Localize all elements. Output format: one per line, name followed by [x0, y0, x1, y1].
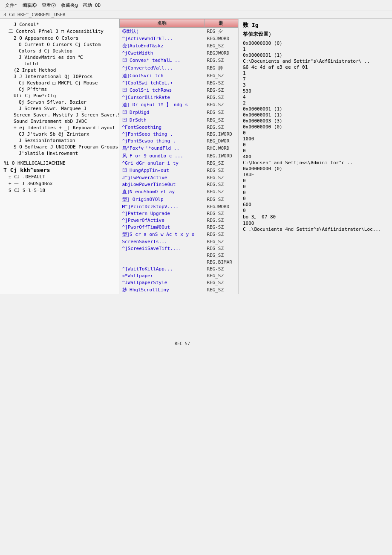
- entry-name: ^jPontScwoo thing .: [120, 138, 205, 145]
- table-row[interactable]: 变]AutoEndT&skzREG_SZ: [120, 42, 238, 50]
- table-row[interactable]: ^]PcwerOfActiveREG.SZ: [120, 217, 238, 224]
- table-row[interactable]: 凹 HungAppTin«outREG_SZ: [120, 167, 238, 174]
- data-value: 4: [243, 94, 388, 100]
- data-value: 0: [243, 142, 388, 148]
- tree-item[interactable]: Cj Keyboard □ MWCPL Cj Mouse: [3, 80, 115, 86]
- table-row[interactable]: 迪]CoolSvri tchREG_SZ: [120, 72, 238, 80]
- tree-item[interactable]: Cj P°ft*ms: [3, 86, 115, 93]
- tree-item[interactable]: (2 Input Hethod: [3, 67, 115, 73]
- entry-type: REG.SZ: [204, 181, 238, 188]
- entry-type: REG-SZ: [204, 188, 238, 196]
- tree-item[interactable]: CJ J'twork Sb ëj Zrintarx: [3, 131, 115, 137]
- registry-editor-window: 文件* 编辑⑥ 查看⑦ 收藏夹@ 帮助 QD 3 Cd HKE^_CVRREMT…: [0, 0, 392, 555]
- table-row[interactable]: 型] OriginOYOlpREG_SZ: [120, 196, 238, 203]
- tree-item[interactable]: Colors d Cj Desktop: [3, 48, 115, 54]
- table-row[interactable]: «*WallpaperREG_SZ: [120, 273, 238, 279]
- data-value: 530: [243, 88, 388, 94]
- table-row[interactable]: abjLowPowerTinie0utREG.SZ: [120, 181, 238, 188]
- tree-item[interactable]: J VindovMatri es don ℃: [3, 54, 115, 61]
- col-name-header: 名称: [120, 19, 205, 28]
- entry-name: ^]PcwerOfActive: [120, 217, 205, 224]
- data-value: C .\Bocunients 4nd Settin^s\Adfiinistrat…: [243, 227, 388, 232]
- table-row[interactable]: ^]CoolSwi tchCoL.•REG-SZ: [120, 80, 238, 87]
- menubar: 文件* 编辑⑥ 查看⑦ 收藏夹@ 帮助 QD: [0, 0, 392, 11]
- data-value: C:\Docsen" and Settjn<s\Admini tor"c ..: [243, 160, 388, 166]
- tree-item[interactable]: ± CJ .DEFAULT: [3, 174, 115, 180]
- data-value: 7: [243, 76, 388, 82]
- data-value: 3: [243, 82, 388, 88]
- entry-name: ^FontSooothing: [120, 124, 205, 131]
- table-row[interactable]: ^jPontScwoo thing .REG_DWOR: [120, 138, 238, 145]
- tree-item[interactable]: Qj Scrwon Sflvar. Bozier: [3, 99, 115, 105]
- table-row[interactable]: 直]N enuShowD el ayREG-SZ: [120, 188, 238, 196]
- entry-type: REG-SZ: [204, 174, 238, 181]
- col-del-header: 删: [204, 19, 238, 28]
- table-row[interactable]: ^]ActiveWndTrkT...REGJWORD: [120, 35, 238, 42]
- entry-name: J^jLwPowerActive: [120, 174, 205, 181]
- table-row[interactable]: ^JWallpaperStyleREG_SZ: [120, 279, 238, 286]
- tree-item[interactable]: 二 Control Pfnel 3 □ Accessibility: [3, 28, 115, 35]
- table-row[interactable]: REG_SZ: [120, 252, 238, 259]
- menu-help[interactable]: 帮助 QD: [81, 2, 102, 9]
- table-row[interactable]: 凹 CoolS*i tchRowsREG-SZ: [120, 87, 238, 94]
- entry-type: REG.SZ: [204, 217, 238, 224]
- table-row[interactable]: 凹 Convex* tedYalL ..REG.SZ: [120, 57, 238, 64]
- table-row[interactable]: ^Gri dGr anular i tyREG_SZ: [120, 160, 238, 167]
- table-row[interactable]: J^jLwPowerActiveREG-SZ: [120, 174, 238, 181]
- tree-item[interactable]: ñi O HKELLOCALJIACHINE: [3, 160, 115, 166]
- table-row[interactable]: ^jCwetWidthREGJWORD: [120, 50, 238, 57]
- table-row[interactable]: 妙 HhglScrollLinyREG_SZ: [120, 286, 238, 294]
- data-value: 0: [243, 178, 388, 183]
- table-row[interactable]: ^]PworOffTim#00utREG-SZ: [120, 224, 238, 231]
- entry-name: ScreenSaverIs...: [120, 238, 205, 245]
- menu-file[interactable]: 文件*: [3, 2, 19, 9]
- menu-view[interactable]: 查看⑦: [40, 2, 58, 9]
- tree-item[interactable]: 2 O Appearance O Colors: [3, 35, 115, 41]
- table-row[interactable]: ^FontSooothingREG.SZ: [120, 124, 238, 131]
- table-row[interactable]: 凹 DrpUigdREG_SZ: [120, 109, 238, 116]
- tree-item[interactable]: + 一 J 36OSgdBox: [3, 180, 115, 187]
- tree-item[interactable]: T Cj kkh^users: [3, 166, 115, 174]
- tree-item[interactable]: J'olatile Hnvirownent: [3, 150, 115, 157]
- tree-item[interactable]: + ëj Identities + _] Keyboard Layout: [3, 125, 115, 131]
- table-row[interactable]: 鸟°Fox*v「*oundFld ..RHC.W0RD: [120, 145, 238, 152]
- table-row[interactable]: 凹 DrSdthREG_SZ: [120, 116, 238, 124]
- tree-panel[interactable]: J Consol* 二 Control Pfnel 3 □ Accessibil…: [0, 19, 119, 294]
- tree-item[interactable]: Uti Cj Pow°rCfg: [3, 93, 115, 99]
- table-row[interactable]: ^]FontSooo thing .REG.IWORD: [120, 131, 238, 138]
- table-row[interactable]: 迪] Dr ogFul 1Y 】 ndg sREG-SZ: [120, 101, 238, 109]
- table-row[interactable]: ^]ScreeiiSaveTift....REG_SZ: [120, 245, 238, 252]
- table-row[interactable]: 型]S cr a onS w Ac t x y oREG-SZ: [120, 231, 238, 238]
- tree-item[interactable]: Sound Invironment sbD JVDC: [3, 118, 115, 125]
- entry-type: REG.BIMAR: [204, 259, 238, 266]
- tree-item[interactable]: J SezsionInformation: [3, 137, 115, 144]
- table-row[interactable]: ^]WaitToKillApp...REG-SZ: [120, 266, 238, 273]
- entry-name: «*Wallpaper: [120, 273, 205, 279]
- tree-item[interactable]: Screen Saver. Mystify J Screen Saver.Sta…: [3, 112, 115, 118]
- table-row[interactable]: ^]Pattern UpgradeREG_SZ: [120, 210, 238, 217]
- tree-item[interactable]: lottd: [3, 61, 115, 67]
- tree-item[interactable]: 3 J International Qj IOProcs: [3, 73, 115, 80]
- table-row[interactable]: ^jConvertedVall...REG 肿: [120, 64, 238, 72]
- table-row[interactable]: ⑥默认）REG 夕: [120, 28, 238, 35]
- data-subtitle: 筝值未设置）: [243, 31, 388, 38]
- data-value: bo 3。 07 80: [243, 214, 388, 220]
- entry-name: 凹 HungAppTin«out: [120, 167, 205, 174]
- entry-name: ^]FontSooo thing .: [120, 131, 205, 138]
- data-title: 数 Ig: [243, 21, 388, 29]
- menu-favorites[interactable]: 收藏夹@: [59, 2, 80, 9]
- table-row[interactable]: ScreenSaverIs...REG_SZ: [120, 238, 238, 245]
- tree-item[interactable]: O Current O Cursors Cj Custom: [3, 41, 115, 48]
- table-row[interactable]: ^]CursorBlirkRateREG.SZ: [120, 94, 238, 101]
- tree-item[interactable]: J Consol*: [3, 21, 115, 28]
- entry-type: REG_SZ: [204, 116, 238, 124]
- tree-item[interactable]: J Screen Svwr. Marquee_J: [3, 105, 115, 112]
- table-row[interactable]: M^]PcintDczktopV....REGJWORD: [120, 203, 238, 210]
- table-row[interactable]: 风 F or 9 oundLo c ...REG.IWORD: [120, 152, 238, 160]
- entry-name: ^jConvertedVall...: [120, 64, 205, 72]
- menu-edit[interactable]: 编辑⑥: [21, 2, 38, 9]
- table-row[interactable]: REG.BIMAR: [120, 259, 238, 266]
- right-area: 名称 删 ⑥默认）REG 夕^]ActiveWndTrkT...REGJWORD…: [119, 19, 392, 294]
- tree-item[interactable]: S O Software J UNICODE Program Groups: [3, 144, 115, 150]
- tree-item[interactable]: S CJ S-l-5-18: [3, 187, 115, 194]
